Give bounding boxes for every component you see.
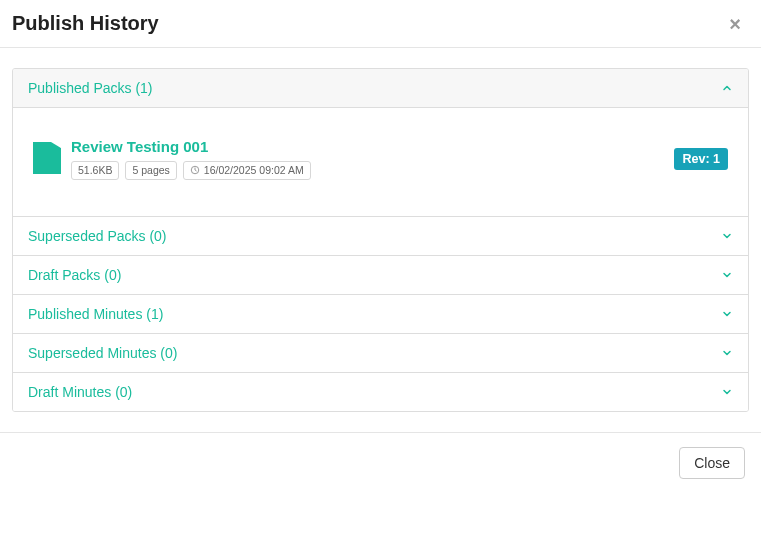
document-icon — [33, 138, 61, 174]
document-info: Review Testing 001 51.6KB 5 pages 16/02/… — [71, 138, 311, 180]
modal-body: Published Packs (1) — [0, 48, 761, 432]
accordion-item-published-packs: Published Packs (1) — [13, 69, 748, 216]
clock-icon — [190, 165, 200, 175]
accordion-title: Draft Packs (0) — [28, 267, 121, 283]
accordion: Published Packs (1) — [12, 68, 749, 412]
accordion-item-superseded-packs: Superseded Packs (0) — [13, 216, 748, 255]
chevron-down-icon — [721, 386, 733, 398]
modal-title: Publish History — [12, 12, 159, 35]
accordion-item-draft-packs: Draft Packs (0) — [13, 255, 748, 294]
document-title-link[interactable]: Review Testing 001 — [71, 138, 311, 155]
accordion-header-superseded-minutes[interactable]: Superseded Minutes (0) — [13, 334, 748, 372]
svg-rect-0 — [51, 138, 61, 142]
accordion-header-superseded-packs[interactable]: Superseded Packs (0) — [13, 217, 748, 255]
accordion-content-published-packs: Review Testing 001 51.6KB 5 pages 16/02/… — [13, 108, 748, 216]
chevron-down-icon — [721, 230, 733, 242]
chevron-down-icon — [721, 308, 733, 320]
accordion-header-published-minutes[interactable]: Published Minutes (1) — [13, 295, 748, 333]
accordion-item-superseded-minutes: Superseded Minutes (0) — [13, 333, 748, 372]
accordion-header-published-packs[interactable]: Published Packs (1) — [13, 69, 748, 108]
chevron-up-icon — [721, 82, 733, 94]
pages-tag: 5 pages — [125, 161, 176, 180]
size-tag: 51.6KB — [71, 161, 119, 180]
accordion-header-draft-minutes[interactable]: Draft Minutes (0) — [13, 373, 748, 411]
chevron-down-icon — [721, 269, 733, 281]
document-row: Review Testing 001 51.6KB 5 pages 16/02/… — [33, 138, 728, 180]
modal-header: Publish History × — [0, 0, 761, 48]
timestamp-text: 16/02/2025 09:02 AM — [204, 164, 304, 177]
accordion-header-draft-packs[interactable]: Draft Packs (0) — [13, 256, 748, 294]
revision-badge: Rev: 1 — [674, 148, 728, 170]
accordion-title: Superseded Packs (0) — [28, 228, 167, 244]
timestamp-tag: 16/02/2025 09:02 AM — [183, 161, 311, 180]
document-left: Review Testing 001 51.6KB 5 pages 16/02/… — [33, 138, 311, 180]
accordion-title: Published Minutes (1) — [28, 306, 163, 322]
document-meta-row: 51.6KB 5 pages 16/02/2025 09:02 AM — [71, 161, 311, 180]
accordion-title: Draft Minutes (0) — [28, 384, 132, 400]
accordion-item-published-minutes: Published Minutes (1) — [13, 294, 748, 333]
close-button[interactable]: Close — [679, 447, 745, 479]
accordion-item-draft-minutes: Draft Minutes (0) — [13, 372, 748, 411]
modal-footer: Close — [0, 432, 761, 493]
accordion-title: Published Packs (1) — [28, 80, 153, 96]
publish-history-modal: Publish History × Published Packs (1) — [0, 0, 761, 493]
close-icon[interactable]: × — [725, 14, 745, 34]
chevron-down-icon — [721, 347, 733, 359]
accordion-title: Superseded Minutes (0) — [28, 345, 177, 361]
